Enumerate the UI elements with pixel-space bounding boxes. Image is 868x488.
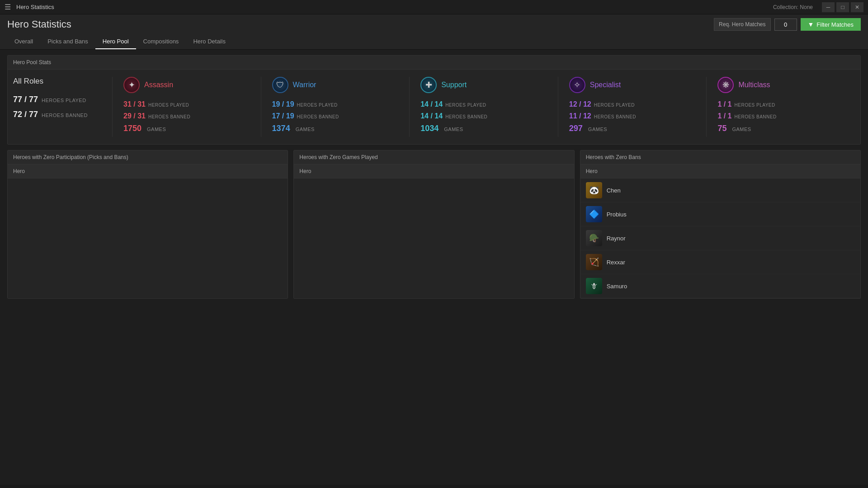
specialist-played-row: 12 / 12 HEROES PLAYED: [569, 100, 696, 108]
specialist-played-label: HEROES PLAYED: [594, 103, 635, 108]
hero-avatar: 🗡: [586, 278, 602, 294]
zero-bans-table: Hero 🐼 Chen 🔷 Probius 🪖 Raynor 🏹: [580, 164, 860, 298]
warrior-header: 🛡 Warrior: [272, 77, 399, 93]
hero-name: Probius: [607, 211, 627, 218]
specialist-column: ✧ Specialist 12 / 12 HEROES PLAYED 11 / …: [558, 77, 707, 137]
tab-picks-bans[interactable]: Picks and Bans: [40, 34, 95, 49]
filter-icon: ▼: [808, 21, 814, 28]
hero-avatar: 🔷: [586, 206, 602, 222]
close-button[interactable]: ✕: [851, 2, 863, 12]
zero-participation-table: Hero: [8, 164, 288, 178]
assassin-icon: ✦: [123, 77, 140, 93]
maximize-button[interactable]: □: [836, 2, 849, 12]
page-title: Hero Statistics: [7, 19, 71, 30]
all-heroes-played-number: 77 / 77: [13, 95, 38, 104]
assassin-banned-row: 29 / 31 HEROES BANNED: [123, 112, 250, 120]
support-column: ✚ Support 14 / 14 HEROES PLAYED 14 / 14 …: [410, 77, 558, 137]
zero-participation-panel: Heroes with Zero Participation (Picks an…: [7, 150, 288, 299]
assassin-banned-num: 29 / 31: [123, 112, 146, 120]
table-row: 🪖 Raynor: [580, 226, 860, 250]
multiclass-games-label: GAMES: [732, 127, 751, 132]
assassin-banned-label: HEROES BANNED: [148, 114, 190, 119]
table-row: 🐼 Chen: [580, 178, 860, 202]
specialist-banned-row: 11 / 12 HEROES BANNED: [569, 112, 696, 120]
zero-games-hero-col: Hero: [294, 164, 574, 178]
hero-avatar: 🪖: [586, 230, 602, 246]
role-stats-grid: All Roles 77 / 77 HEROES PLAYED 72 / 77 …: [8, 70, 860, 144]
assassin-played-num: 31 / 31: [123, 100, 146, 108]
assassin-games-label: GAMES: [147, 127, 166, 132]
support-header: ✚ Support: [420, 77, 547, 93]
multiclass-column: ❋ Multiclass 1 / 1 HEROES PLAYED 1 / 1 H…: [707, 77, 855, 137]
menu-icon[interactable]: ☰: [5, 3, 11, 11]
req-input[interactable]: [774, 19, 797, 31]
table-row: 🔷 Probius: [580, 202, 860, 226]
warrior-banned-num: 17 / 19: [272, 112, 294, 120]
zero-games-panel: Heroes with Zero Games Played Hero: [293, 150, 574, 299]
multiclass-played-label: HEROES PLAYED: [735, 103, 775, 108]
zero-games-table: Hero: [294, 164, 574, 178]
hero-name: Rexxar: [607, 259, 625, 266]
multiclass-games-row: 75 GAMES: [717, 124, 844, 133]
support-banned-row: 14 / 14 HEROES BANNED: [420, 112, 547, 120]
zero-bans-panel: Heroes with Zero Bans Hero 🐼 Chen 🔷 Prob…: [580, 150, 861, 299]
filter-button[interactable]: ▼ Filter Matches: [801, 18, 861, 31]
assassin-header: ✦ Assassin: [123, 77, 250, 93]
assassin-played-row: 31 / 31 HEROES PLAYED: [123, 100, 250, 108]
hero-cell: 🐼 Chen: [580, 178, 860, 202]
warrior-played-num: 19 / 19: [272, 100, 294, 108]
all-roles-column: All Roles 77 / 77 HEROES PLAYED 72 / 77 …: [13, 77, 113, 137]
tab-overall[interactable]: Overall: [7, 34, 40, 49]
req-label: Req. Hero Matches: [714, 18, 770, 31]
multiclass-banned-row: 1 / 1 HEROES BANNED: [717, 112, 844, 120]
zero-participation-header: Heroes with Zero Participation (Picks an…: [8, 150, 288, 164]
assassin-games-row: 1750 GAMES: [123, 124, 250, 133]
support-name: Support: [441, 81, 467, 89]
assassin-games-num: 1750: [123, 124, 142, 133]
warrior-column: 🛡 Warrior 19 / 19 HEROES PLAYED 17 / 19 …: [261, 77, 410, 137]
support-games-num: 1034: [420, 124, 439, 133]
specialist-name: Specialist: [590, 81, 621, 89]
tab-compositions[interactable]: Compositions: [136, 34, 186, 49]
warrior-banned-row: 17 / 19 HEROES BANNED: [272, 112, 399, 120]
support-played-num: 14 / 14: [420, 100, 443, 108]
multiclass-played-row: 1 / 1 HEROES PLAYED: [717, 100, 844, 108]
warrior-played-row: 19 / 19 HEROES PLAYED: [272, 100, 399, 108]
support-banned-num: 14 / 14: [420, 112, 443, 120]
main-content: Hero Pool Stats All Roles 77 / 77 HEROES…: [0, 50, 868, 485]
hero-cell: 🪖 Raynor: [580, 226, 860, 250]
bottom-panels: Heroes with Zero Participation (Picks an…: [7, 150, 861, 299]
all-heroes-played-row: 77 / 77 HEROES PLAYED: [13, 95, 103, 104]
tab-hero-pool[interactable]: Hero Pool: [95, 34, 136, 49]
section-header: Hero Pool Stats: [8, 56, 860, 70]
all-roles-title: All Roles: [13, 77, 103, 86]
warrior-icon: 🛡: [272, 77, 288, 93]
hero-name: Chen: [607, 187, 621, 194]
support-banned-label: HEROES BANNED: [445, 114, 487, 119]
warrior-games-row: 1374 GAMES: [272, 124, 399, 133]
minimize-button[interactable]: ─: [822, 2, 835, 12]
tab-hero-details[interactable]: Hero Details: [186, 34, 233, 49]
collection-label: Collection: None: [773, 4, 813, 10]
all-heroes-banned-number: 72 / 77: [13, 110, 38, 119]
warrior-played-label: HEROES PLAYED: [297, 103, 338, 108]
all-heroes-played-label: HEROES PLAYED: [42, 98, 86, 103]
specialist-games-row: 297 GAMES: [569, 124, 696, 133]
multiclass-played-num: 1 / 1: [717, 100, 731, 108]
specialist-banned-label: HEROES BANNED: [594, 114, 636, 119]
hero-cell: 🏹 Rexxar: [580, 250, 860, 274]
specialist-games-num: 297: [569, 124, 583, 133]
tabs: Overall Picks and Bans Hero Pool Composi…: [7, 34, 861, 49]
table-row: 🗡 Samuro: [580, 274, 860, 298]
zero-participation-hero-col: Hero: [8, 164, 288, 178]
specialist-banned-num: 11 / 12: [569, 112, 591, 120]
zero-bans-hero-col: Hero: [580, 164, 860, 178]
warrior-banned-label: HEROES BANNED: [297, 114, 339, 119]
multiclass-games-num: 75: [717, 124, 726, 133]
assassin-column: ✦ Assassin 31 / 31 HEROES PLAYED 29 / 31…: [113, 77, 261, 137]
titlebar: ☰ Hero Statistics Collection: None ─ □ ✕: [0, 0, 868, 14]
support-games-label: GAMES: [444, 127, 463, 132]
hero-pool-stats-card: Hero Pool Stats All Roles 77 / 77 HEROES…: [7, 55, 861, 145]
hero-cell: 🗡 Samuro: [580, 274, 860, 298]
zero-games-header: Heroes with Zero Games Played: [294, 150, 574, 164]
